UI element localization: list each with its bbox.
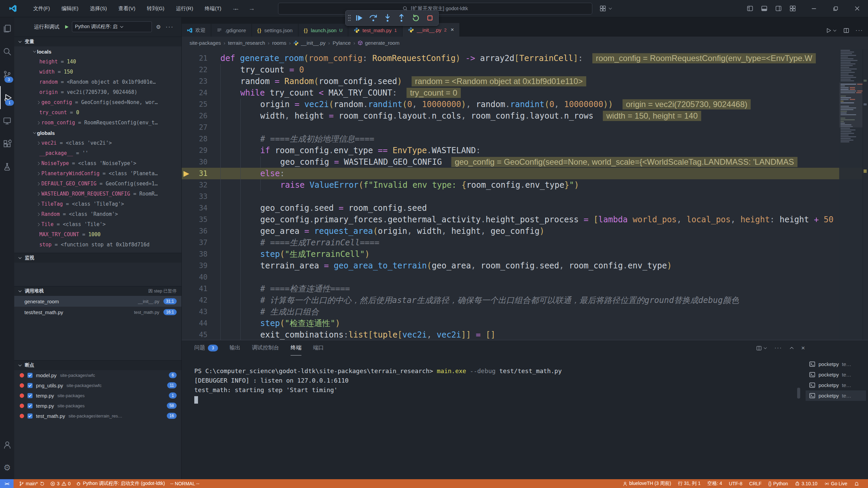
close-panel-icon[interactable]: ×: [801, 344, 805, 352]
minimize-button[interactable]: [803, 0, 825, 17]
code-editor[interactable]: 2021def generate_room(room_config: RoomR…: [181, 49, 868, 340]
code-line-27[interactable]: 27: [181, 122, 868, 133]
close-button[interactable]: [846, 0, 868, 17]
layout-grid-icon[interactable]: [599, 5, 613, 12]
toggle-secondary-sidebar-icon[interactable]: [775, 5, 782, 12]
code-line-36[interactable]: 36geo_area = request_area(origin, width,…: [181, 225, 868, 237]
activity-files-icon[interactable]: [0, 17, 14, 40]
breadcrumb-item[interactable]: generate_room: [358, 40, 399, 46]
debug-step-over-button[interactable]: [367, 12, 380, 24]
variable-row[interactable]: stop = <function stop at 0x1bf8d716d: [14, 240, 181, 250]
variable-row[interactable]: geo_config = GeoConfig(seed=None, wor…: [14, 97, 181, 107]
nav-back-icon[interactable]: ←: [233, 5, 240, 12]
breakpoint-checkbox[interactable]: [27, 383, 33, 388]
variable-row[interactable]: DEFAULT_GEO_CONFIG = GeoConfig(seed=1…: [14, 179, 181, 189]
language-item[interactable]: {}Python: [768, 481, 788, 486]
toggle-panel-icon[interactable]: [761, 5, 768, 12]
code-line-25[interactable]: 25origin = vec2i(random.randint(0, 10000…: [181, 99, 868, 110]
variable-row[interactable]: TileTag = <class 'TileTag'>: [14, 199, 181, 209]
remote-indicator[interactable]: ><: [0, 479, 14, 488]
variable-row[interactable]: vec2i = <class 'vec2i'>: [14, 138, 181, 148]
terminal-scrollbar[interactable]: [797, 388, 800, 399]
code-line-26[interactable]: 26width, height = room_config.layout.n_c…: [181, 110, 868, 122]
run-file-button[interactable]: [826, 27, 837, 34]
variable-row[interactable]: origin = vec2i(7205730, 9024468): [14, 87, 181, 97]
breakpoint-checkbox[interactable]: [27, 373, 33, 378]
problems-item[interactable]: 3 0: [50, 481, 71, 486]
breadcrumb-item[interactable]: terrain_research: [228, 40, 265, 46]
activity-account-icon[interactable]: [0, 433, 14, 456]
code-line-45[interactable]: 45exit_combinations:list[tuple[vec2i, ve…: [181, 329, 868, 340]
panel-tab-调试控制台[interactable]: 调试控制台: [252, 340, 279, 355]
code-line-29[interactable]: 29if room_config.env_type == EnvType.WAS…: [181, 145, 868, 156]
go-live-item[interactable]: Go Live: [824, 481, 847, 486]
variable-row[interactable]: PlanetaryWindConfig = <class 'Planeta…: [14, 168, 181, 179]
encoding-item[interactable]: UTF-8: [729, 481, 743, 486]
python-version-item[interactable]: 3.10.10: [795, 481, 817, 486]
variable-row[interactable]: __package__ = '': [14, 148, 181, 158]
code-line-20[interactable]: 20: [181, 49, 868, 53]
variable-row[interactable]: Random = <class 'Random'>: [14, 209, 181, 219]
debug-target-item[interactable]: Python 调试程序: 启动文件 (godot-ldtk): [76, 481, 165, 487]
variable-row[interactable]: WASTELAND_ROOM_REQUEST_CONFIG = RoomR…: [14, 189, 181, 199]
breadcrumb-item[interactable]: site-packages: [190, 40, 221, 46]
code-line-28[interactable]: 28# ====生成初始地理信息====: [181, 133, 868, 145]
activity-scm-icon[interactable]: 3: [0, 63, 14, 86]
cursor-position-item[interactable]: 行 31, 列 1: [678, 481, 701, 487]
code-line-40[interactable]: 40: [181, 271, 868, 283]
breadcrumb-item[interactable]: Pylance: [333, 40, 351, 46]
code-line-44[interactable]: 44step("检查连通性"): [181, 318, 868, 329]
variable-group[interactable]: globals: [14, 128, 181, 138]
menu-item[interactable]: 查看(V): [114, 3, 140, 14]
terminal-output[interactable]: PS C:\computer_science\godot-ldtk\site-p…: [194, 366, 868, 404]
code-line-24[interactable]: 24while try_count < MAX_TRY_COUNT:try_co…: [181, 87, 868, 99]
toggle-sidebar-icon[interactable]: [747, 5, 753, 12]
variable-row[interactable]: MAX_TRY_COUNT = 1000: [14, 229, 181, 240]
breakpoint-row[interactable]: png_utils.pysite-packages\wfc11: [14, 380, 181, 390]
code-line-34[interactable]: 34geo_config.seed = room_config.seed: [181, 202, 868, 214]
maximize-panel-icon[interactable]: [789, 345, 794, 351]
variable-row[interactable]: random = <Random object at 0x1bf9d01e…: [14, 77, 181, 87]
activity-remote-icon[interactable]: [0, 109, 14, 132]
debug-config-dropdown[interactable]: Python 调试程序: 启: [72, 21, 152, 32]
activity-gear-icon[interactable]: ⚙: [0, 456, 14, 479]
debug-continue-button[interactable]: [353, 12, 366, 24]
git-branch-item[interactable]: main*: [19, 481, 45, 486]
breakpoint-row[interactable]: temp.pysite-packages58: [14, 401, 181, 411]
code-line-21[interactable]: 21def generate_room(room_config: RoomReq…: [181, 53, 868, 64]
terminal-instance-item[interactable]: pocketpyte…: [806, 380, 866, 390]
menu-item[interactable]: 文件(F): [28, 3, 55, 14]
variable-row[interactable]: NoiseType = <class 'NoiseType'>: [14, 158, 181, 168]
breakpoint-row[interactable]: temp.pysite-packages1: [14, 390, 181, 401]
nav-forward-icon[interactable]: →: [249, 5, 255, 12]
code-line-38[interactable]: 38step("生成TerrainCell"): [181, 248, 868, 260]
start-debug-button[interactable]: [64, 24, 69, 29]
breakpoint-row[interactable]: test_math.pysite-packages\terrain_res…16: [14, 411, 181, 421]
code-line-37[interactable]: 37# ====生成TerrainCell====: [181, 237, 868, 248]
activity-extensions-icon[interactable]: [0, 132, 14, 155]
variable-group[interactable]: locals: [14, 46, 181, 57]
tab-settings.json[interactable]: {}settings.json: [252, 24, 298, 37]
code-line-33[interactable]: 33: [181, 191, 868, 202]
tab-.gdignore[interactable]: .gdignore: [211, 24, 252, 37]
activity-debug-icon[interactable]: 1: [0, 86, 15, 109]
editor-more-actions-icon[interactable]: ···: [855, 27, 863, 34]
tab-[interactable]: 欢迎: [181, 24, 211, 37]
callstack-frame[interactable]: test/test_math.pytest_math.py16:1: [14, 307, 181, 318]
watch-section-header[interactable]: 监视: [14, 253, 181, 263]
code-line-42[interactable]: 42# 计算每一个出口的中心，然后使用astar生成路径，确保每一个出口组合都可…: [181, 294, 868, 306]
code-line-31[interactable]: ▶31else:: [181, 168, 868, 179]
debug-more-actions-icon[interactable]: ···: [165, 23, 174, 30]
variable-row[interactable]: room_config = RoomRequestConfig(env_t…: [14, 118, 181, 128]
menu-item[interactable]: 选择(S): [85, 3, 112, 14]
callstack-frame[interactable]: generate_room__init__.py31:1: [14, 296, 181, 307]
code-line-39[interactable]: 39terrain_area = geo_area_to_terrain(geo…: [181, 260, 868, 271]
code-line-22[interactable]: 22try_count = 0: [181, 64, 868, 76]
terminal-instance-item[interactable]: pocketpyte…: [806, 390, 866, 401]
debug-restart-button[interactable]: [409, 12, 422, 24]
terminal-split-icon[interactable]: [756, 345, 768, 351]
breakpoints-section-header[interactable]: 断点: [14, 360, 181, 370]
breakpoint-checkbox[interactable]: [27, 403, 33, 408]
breakpoint-row[interactable]: model.pysite-packages\wfc6: [14, 370, 181, 380]
menu-item[interactable]: 编辑(E): [57, 3, 83, 14]
